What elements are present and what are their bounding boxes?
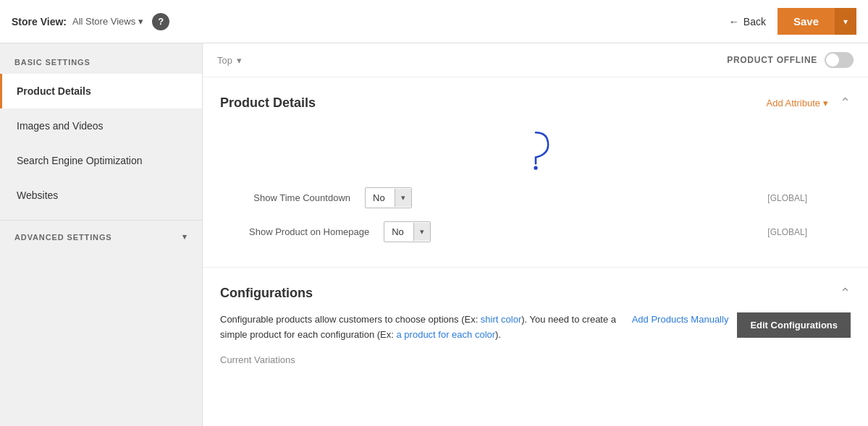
store-view-value: All Store Views <box>72 16 135 27</box>
collapse-icon[interactable]: ⌃ <box>840 95 851 111</box>
sidebar: BASIC SETTINGS Product Details Images an… <box>0 43 203 426</box>
chevron-down-icon: ▾ <box>823 98 828 108</box>
sidebar-item-label: Images and Videos <box>17 120 104 132</box>
help-icon[interactable]: ? <box>152 13 169 30</box>
back-label: Back <box>743 16 766 27</box>
global-badge: [GLOBAL] <box>767 227 807 237</box>
chevron-down-icon: ▾ <box>237 55 242 66</box>
cursor-drawing <box>514 129 557 173</box>
global-badge: [GLOBAL] <box>767 193 807 203</box>
add-attribute-button[interactable]: Add Attribute ▾ <box>767 98 828 108</box>
show-product-homepage-value: No <box>384 222 413 242</box>
show-product-homepage-select[interactable]: No ▾ <box>384 221 431 242</box>
configurations-description-block: Configurable products allow customers to… <box>220 312 618 365</box>
save-button-group: Save ▾ <box>778 8 856 35</box>
product-offline-toggle: PRODUCT OFFLINE <box>727 52 854 68</box>
show-time-countdown-label: Show Time Countdown <box>249 192 365 203</box>
sidebar-item-label: Product Details <box>17 85 91 97</box>
toggle-switch[interactable] <box>825 52 854 68</box>
show-product-homepage-label: Show Product on Homepage <box>249 226 384 237</box>
save-button[interactable]: Save <box>778 8 835 35</box>
collapse-icon[interactable]: ⌃ <box>840 285 851 301</box>
product-each-color-link[interactable]: a product for each color <box>397 329 496 340</box>
configurations-header: Configurations ⌃ <box>220 285 851 301</box>
sidebar-item-label: Search Engine Optimization <box>17 155 143 166</box>
show-time-countdown-select[interactable]: No ▾ <box>365 187 412 208</box>
section-header: Product Details Add Attribute ▾ ⌃ <box>220 95 851 111</box>
sidebar-item-product-details[interactable]: Product Details <box>0 74 202 108</box>
edit-configurations-button[interactable]: Edit Configurations <box>737 312 851 338</box>
top-label-text: Top <box>217 55 232 66</box>
shirt-color-link[interactable]: shirt color <box>481 314 521 325</box>
store-view-label: Store View: <box>12 16 67 27</box>
svg-point-0 <box>534 166 537 170</box>
configurations-description: Configurable products allow customers to… <box>220 312 618 343</box>
configurations-title: Configurations <box>220 286 313 301</box>
basic-settings-title: BASIC SETTINGS <box>0 43 202 74</box>
top-label[interactable]: Top ▾ <box>217 55 242 66</box>
sidebar-item-websites[interactable]: Websites <box>0 178 202 213</box>
add-attribute-label: Add Attribute <box>767 98 820 108</box>
show-product-homepage-row: Show Product on Homepage No ▾ [GLOBAL] <box>220 221 851 242</box>
show-product-homepage-control: No ▾ <box>384 221 767 242</box>
show-time-countdown-row: Show Time Countdown No ▾ [GLOBAL] <box>220 187 851 208</box>
configurations-section: Configurations ⌃ Configurable products a… <box>203 268 868 377</box>
top-bar: Store View: All Store Views ▾ ? ← Back S… <box>0 0 868 43</box>
advanced-settings-label: ADVANCED SETTINGS <box>14 233 112 242</box>
chevron-down-icon[interactable]: ▾ <box>395 189 411 207</box>
sidebar-item-images-videos[interactable]: Images and Videos <box>0 108 202 143</box>
sidebar-item-seo[interactable]: Search Engine Optimization <box>0 143 202 178</box>
main-layout: BASIC SETTINGS Product Details Images an… <box>0 43 868 426</box>
product-details-section: Product Details Add Attribute ▾ ⌃ <box>203 77 868 268</box>
show-time-countdown-control: No ▾ <box>365 187 767 208</box>
arrow-left-icon: ← <box>729 16 739 27</box>
cursor-area <box>220 122 851 187</box>
content-top-bar: Top ▾ PRODUCT OFFLINE <box>203 43 868 77</box>
content-area: Top ▾ PRODUCT OFFLINE Product Details Ad… <box>203 43 868 426</box>
product-offline-label: PRODUCT OFFLINE <box>727 55 817 65</box>
add-products-manually-button[interactable]: Add Products Manually <box>632 312 729 325</box>
chevron-down-icon: ▾ <box>138 16 143 27</box>
chevron-down-icon: ▾ <box>182 232 187 242</box>
chevron-down-icon[interactable]: ▾ <box>413 223 430 241</box>
show-time-countdown-value: No <box>366 188 395 208</box>
advanced-settings-toggle[interactable]: ADVANCED SETTINGS ▾ <box>0 220 202 253</box>
back-button[interactable]: ← Back <box>729 16 766 27</box>
current-variations-label: Current Variations <box>220 354 618 365</box>
top-bar-right: ← Back Save ▾ <box>729 8 856 35</box>
configurations-actions: Add Products Manually Edit Configuration… <box>632 312 851 338</box>
configurations-content: Configurable products allow customers to… <box>220 312 851 365</box>
save-dropdown-button[interactable]: ▾ <box>835 8 856 35</box>
store-view-select[interactable]: All Store Views ▾ <box>72 16 143 27</box>
sidebar-item-label: Websites <box>17 189 58 201</box>
section-title: Product Details <box>220 95 316 111</box>
